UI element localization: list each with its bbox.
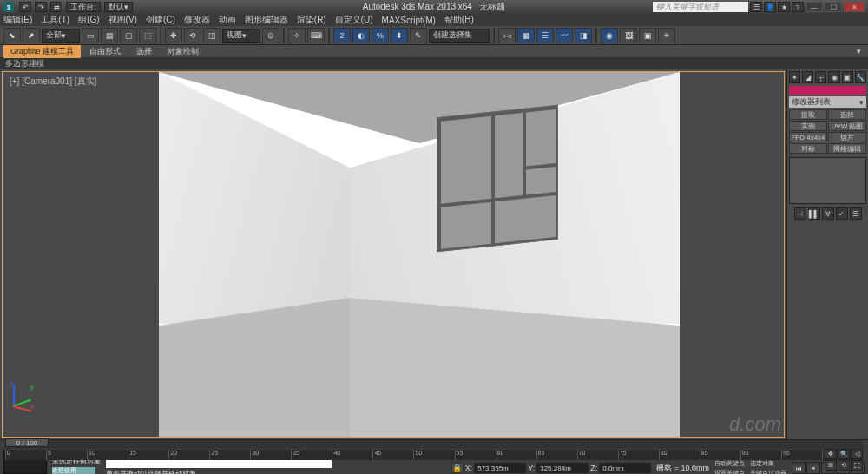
mod-btn-1[interactable]: 提取 <box>789 109 827 120</box>
qat-redo-icon[interactable]: ↷ <box>35 2 47 12</box>
mod-btn-4[interactable]: UVW 贴图 <box>828 121 866 131</box>
viewport-label[interactable]: [+] [Camera001] [真实] <box>10 76 96 88</box>
nav-orbit-icon[interactable]: ⟲ <box>838 460 850 471</box>
menu-create[interactable]: 创建(C) <box>146 14 175 26</box>
spinner-snap-icon[interactable]: ⬍ <box>391 28 408 43</box>
menu-modifiers[interactable]: 修改器 <box>184 14 210 26</box>
selection-filter-dropdown[interactable]: 全部 ▾ <box>42 29 80 43</box>
menu-maxscript[interactable]: MAXScript(M) <box>382 16 436 25</box>
keyfilter-button[interactable]: 关键点过滤器 <box>750 469 786 475</box>
nav-fov-icon[interactable]: ◁ <box>851 449 863 459</box>
coord-x-input[interactable]: 573.355m <box>474 463 526 473</box>
mod-btn-5[interactable]: FFD 4x4x4 <box>789 132 827 142</box>
ribbon-tab-freeform[interactable]: 自由形式 <box>82 45 128 58</box>
stack-pin-icon[interactable]: ⊣ <box>794 207 806 220</box>
manip-icon[interactable]: ✧ <box>288 28 306 43</box>
render-icon[interactable]: ☀ <box>658 28 675 43</box>
select-icon[interactable]: ▭ <box>82 28 99 43</box>
ribbon-tab-objpaint[interactable]: 对象绘制 <box>161 45 206 58</box>
object-color-swatch[interactable] <box>789 86 866 95</box>
panel-tab-create-icon[interactable]: ✦ <box>789 71 800 83</box>
favorite-icon[interactable]: ★ <box>778 2 790 12</box>
menu-custom[interactable]: 自定义(U) <box>335 14 373 26</box>
minimize-button[interactable]: — <box>806 2 823 12</box>
move-icon[interactable]: ✥ <box>165 28 182 43</box>
menu-views[interactable]: 视图(V) <box>108 14 137 26</box>
maximize-button[interactable]: ☐ <box>825 2 842 12</box>
panel-tab-display-icon[interactable]: ▣ <box>842 71 853 83</box>
curve-editor-icon[interactable]: 〰 <box>556 28 573 43</box>
qat-link-icon[interactable]: ⇄ <box>50 2 62 12</box>
coord-y-input[interactable]: 325.284m <box>536 463 589 473</box>
panel-tab-utilities-icon[interactable]: 🔧 <box>855 71 866 83</box>
menu-animation[interactable]: 动画 <box>219 14 236 26</box>
stack-remove-icon[interactable]: ✓ <box>836 207 848 220</box>
menu-group[interactable]: 组(G) <box>78 14 99 26</box>
pivot-icon[interactable]: ⊙ <box>262 28 279 43</box>
modifier-list-dropdown[interactable]: 修改器列表▾ <box>789 96 866 108</box>
time-slider-thumb[interactable]: 0 / 100 <box>5 438 49 447</box>
mod-btn-7[interactable]: 对称 <box>789 143 827 154</box>
help-search-input[interactable]: 键入关键字或短语 <box>653 2 748 12</box>
time-ruler[interactable]: 05 1015 2025 3035 4045 5055 6065 7075 80… <box>5 450 863 460</box>
close-button[interactable]: ✕ <box>844 2 865 12</box>
material-editor-icon[interactable]: ◉ <box>601 28 618 43</box>
layer-icon[interactable]: ☰ <box>536 28 554 43</box>
panel-tab-motion-icon[interactable]: ◉ <box>828 71 839 83</box>
goto-start-icon[interactable]: ⏮ <box>792 462 806 474</box>
ref-coord-dropdown[interactable]: 视图 ▾ <box>222 29 260 43</box>
prev-frame-icon[interactable]: ◂ <box>806 462 820 474</box>
percent-snap-icon[interactable]: % <box>372 28 389 43</box>
keyboard-icon[interactable]: ⌨ <box>307 28 325 43</box>
rotate-icon[interactable]: ⟲ <box>184 28 201 43</box>
workspace-dropdown[interactable]: 默认 ▾ <box>104 2 133 12</box>
mod-btn-3[interactable]: 实例 <box>789 121 827 131</box>
panel-tab-hierarchy-icon[interactable]: ┬ <box>815 71 826 83</box>
schematic-icon[interactable]: ◨ <box>575 28 592 43</box>
viewport[interactable]: [+] [Camera001] [真实] zyx <box>2 71 785 438</box>
autokey-button[interactable]: 自动关键点 <box>714 459 745 468</box>
menu-tools[interactable]: 工具(T) <box>41 14 69 26</box>
unlink-icon[interactable]: ⬈ <box>23 28 40 43</box>
stack-unique-icon[interactable]: ∀ <box>822 207 834 220</box>
nav-zoomall-icon[interactable]: ⊞ <box>825 460 837 471</box>
named-selection-dropdown[interactable]: 创建选择集 <box>429 29 490 43</box>
menu-graph[interactable]: 图形编辑器 <box>245 14 288 26</box>
ribbon-tab-selection[interactable]: 选择 <box>129 45 159 58</box>
menu-help[interactable]: 帮助(H) <box>444 14 474 26</box>
nav-pan-icon[interactable]: ✥ <box>825 449 837 459</box>
help-icon[interactable]: ? <box>792 2 804 12</box>
qat-undo-icon[interactable]: ↶ <box>19 2 31 12</box>
mod-btn-6[interactable]: 切片 <box>828 132 866 142</box>
maxscript-mini[interactable]: 欢迎使用 MAXScr <box>52 467 95 474</box>
window-crossing-icon[interactable]: ⬚ <box>139 28 156 43</box>
select-region-icon[interactable]: ▢ <box>120 28 137 43</box>
modifier-stack[interactable] <box>789 157 866 204</box>
nav-maximize-icon[interactable]: ⛶ <box>851 460 863 471</box>
infocenter-icon[interactable]: ☰ <box>750 2 762 12</box>
snap-toggle-icon[interactable]: 2 <box>333 28 351 43</box>
select-name-icon[interactable]: ▤ <box>101 28 118 43</box>
panel-tab-modify-icon[interactable]: ◢ <box>802 71 813 83</box>
menu-edit[interactable]: 编辑(E) <box>3 14 32 26</box>
ribbon-minimize-icon[interactable]: ▾ <box>853 47 865 56</box>
nav-zoom-icon[interactable]: 🔍 <box>838 449 850 459</box>
mod-btn-2[interactable]: 选择 <box>828 109 866 120</box>
mod-btn-8[interactable]: 网格编辑 <box>828 143 866 154</box>
setkey-button[interactable]: 设置关键点 <box>714 469 745 475</box>
selected-filter[interactable]: 选定对象 <box>750 459 786 468</box>
coord-z-input[interactable]: 0.0mm <box>599 463 651 473</box>
app-icon[interactable]: 3 <box>3 2 14 12</box>
lock-icon[interactable]: 🔒 <box>451 463 464 473</box>
link-icon[interactable]: ⬊ <box>3 28 21 43</box>
render-setup-icon[interactable]: 🖼 <box>620 28 637 43</box>
time-slider[interactable]: 0 / 100 <box>5 440 863 449</box>
angle-snap-icon[interactable]: ◐ <box>352 28 370 43</box>
stack-show-icon[interactable]: ▌▌ <box>808 207 820 220</box>
menu-render[interactable]: 渲染(R) <box>297 14 326 26</box>
mirror-icon[interactable]: ▹◃ <box>498 28 516 43</box>
edit-named-icon[interactable]: ✎ <box>410 28 427 43</box>
scale-icon[interactable]: ◫ <box>203 28 220 43</box>
stack-config-icon[interactable]: ☰ <box>850 207 862 220</box>
ribbon-tab-graphite[interactable]: Graphite 建模工具 <box>3 45 81 58</box>
